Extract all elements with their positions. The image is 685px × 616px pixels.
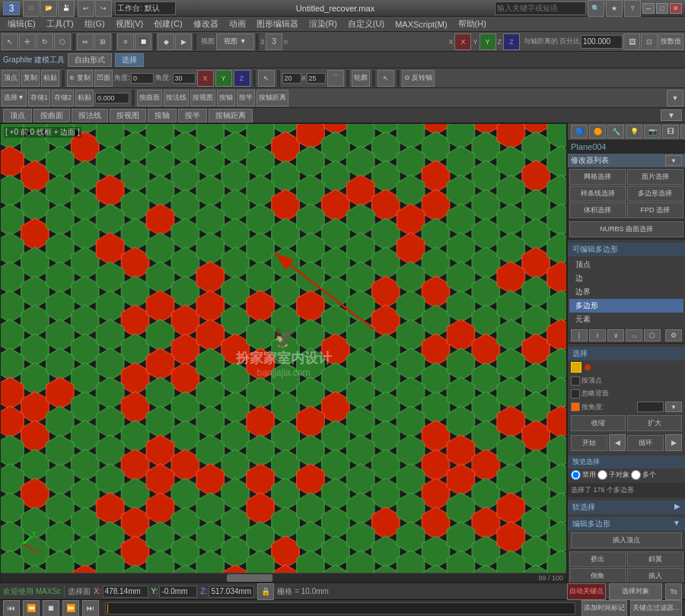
multi-radio[interactable] xyxy=(631,470,641,480)
panel-icon5[interactable]: 📷 xyxy=(644,125,661,138)
bt-half[interactable]: 按半 xyxy=(178,109,207,122)
st-paste-btn[interactable]: 粘贴 xyxy=(41,70,59,87)
render-btn[interactable]: ▶ xyxy=(175,33,192,50)
material-btn[interactable]: ◆ xyxy=(158,33,174,50)
arrow-btn[interactable]: ↖ xyxy=(378,70,394,87)
align-icon-btn[interactable]: ⊡ xyxy=(641,33,658,50)
nurbs-select-btn[interactable]: NURBS 曲面选择 xyxy=(569,221,683,237)
percent-input[interactable] xyxy=(581,35,623,49)
x-input[interactable] xyxy=(103,586,148,598)
workarea-input[interactable]: 工作台: 默认 xyxy=(115,2,176,15)
poly-border[interactable]: 边界 xyxy=(569,285,683,299)
panel-icon3[interactable]: 🔧 xyxy=(607,125,624,138)
open-btn[interactable]: 📂 xyxy=(40,0,57,17)
scroll-thumb[interactable] xyxy=(227,574,272,582)
s2-select[interactable]: 选择▼ xyxy=(2,90,27,106)
panel-icon6[interactable]: 🎞 xyxy=(662,125,679,138)
panel-icon4[interactable]: 💡 xyxy=(626,125,642,138)
star-btn[interactable]: ★ xyxy=(606,0,623,17)
poly-icon2[interactable]: I xyxy=(589,329,606,341)
xyz-btn-z[interactable]: Z xyxy=(234,70,250,87)
y-btn[interactable]: Y xyxy=(480,33,496,50)
edit-poly-section[interactable]: 编辑多边形 ▼ xyxy=(568,517,685,531)
menu-create[interactable]: 创建(C) xyxy=(149,17,186,30)
search-input[interactable] xyxy=(495,2,586,15)
poly-icon1[interactable]: | xyxy=(571,329,588,341)
poly-icon3[interactable]: ∨ xyxy=(607,329,624,341)
xyz-btn-x[interactable]: X xyxy=(197,70,214,87)
poly-polygon[interactable]: 多边形 xyxy=(569,299,683,313)
bt-more[interactable]: ▼ xyxy=(661,110,682,121)
z-input[interactable] xyxy=(209,586,254,598)
outline-btn[interactable]: 轮廓 xyxy=(352,70,370,87)
auto-key-btn[interactable]: 自动关键点 xyxy=(567,583,606,600)
view-dropdown[interactable]: 视图 ▼ xyxy=(216,33,254,50)
xyz-btn-y[interactable]: Y xyxy=(215,70,232,87)
menu-render[interactable]: 渲染(R) xyxy=(304,17,342,30)
select-btn[interactable]: ↖ xyxy=(2,33,18,50)
bt-vertex[interactable]: 顶点 xyxy=(3,109,32,122)
poly-select-btn[interactable]: 多边形选择 xyxy=(627,186,684,202)
3d-btn[interactable]: 3 xyxy=(266,33,282,50)
panel-icon1[interactable]: 🔵 xyxy=(571,125,588,138)
menu-maxscript[interactable]: MAXScript(M) xyxy=(390,19,451,30)
st-vertex-btn[interactable]: 顶点 xyxy=(2,70,20,87)
timeline-bar[interactable] xyxy=(105,602,575,614)
bevel-btn[interactable]: 斜翼 xyxy=(627,551,684,567)
add-time-btn[interactable]: 添加时间标记 xyxy=(581,600,627,617)
spline-select-btn[interactable]: 样条线选择 xyxy=(569,186,626,202)
search-icon-btn[interactable]: 🔍 xyxy=(588,0,604,17)
freeform-tab[interactable]: 自由形式 xyxy=(68,53,112,67)
poly-edge[interactable]: 边 xyxy=(569,271,683,285)
s2-paste-btn[interactable]: 粘贴 xyxy=(75,90,94,106)
loop-right[interactable]: ▶ xyxy=(665,434,682,451)
s2-dist-btn[interactable]: 按轴距离 xyxy=(256,90,288,106)
ring-left[interactable]: ◀ xyxy=(609,434,626,451)
num1-input[interactable] xyxy=(282,73,301,84)
curve-btn[interactable]: ⌒ xyxy=(327,70,344,87)
shrink-btn[interactable]: 收缩 xyxy=(571,415,626,431)
angle-input[interactable]: 45.0 xyxy=(637,402,664,412)
menu-edit[interactable]: 编辑(E) xyxy=(3,17,40,30)
align-btn[interactable]: ≡ xyxy=(117,33,134,50)
menu-customize[interactable]: 自定义(U) xyxy=(343,17,389,30)
help-btn[interactable]: ? xyxy=(624,0,641,17)
menu-animation[interactable]: 动画 xyxy=(225,17,250,30)
poly-icon4[interactable]: ⌓ xyxy=(626,329,642,341)
poly-icon5[interactable]: ⬡ xyxy=(644,329,661,341)
next-frame-btn[interactable]: ⏩ xyxy=(62,600,79,617)
rotate-btn[interactable]: ↻ xyxy=(37,33,53,50)
panel-icon7[interactable]: ≡ xyxy=(680,125,685,138)
bt-elem[interactable]: 按轴 xyxy=(148,109,177,122)
menu-view[interactable]: 视图(V) xyxy=(111,17,148,30)
inset-btn[interactable]: 插入 xyxy=(627,568,684,583)
stop-btn[interactable]: ⏹ xyxy=(43,600,59,617)
s2-law-btn[interactable]: 按法线 xyxy=(164,90,189,106)
panel-icon2[interactable]: 🟠 xyxy=(589,125,606,138)
patch-select-btn[interactable]: 面片选择 xyxy=(627,169,684,185)
menu-tools[interactable]: 工具(T) xyxy=(42,17,78,30)
end-btn[interactable]: ⏭ xyxy=(82,600,99,617)
angle1-input[interactable] xyxy=(131,73,154,84)
vol-select-btn[interactable]: 体积选择 xyxy=(569,202,626,218)
menu-graph-editor[interactable]: 图形编辑器 xyxy=(252,17,303,30)
save-btn[interactable]: 💾 xyxy=(58,0,75,17)
y-input[interactable] xyxy=(159,586,197,598)
menu-help[interactable]: 帮助(H) xyxy=(454,17,491,30)
minimize-btn[interactable]: ─ xyxy=(642,3,655,14)
modifier-list-title[interactable]: 修改器列表 ▼ xyxy=(568,154,685,167)
angle-dropdown[interactable]: ▼ xyxy=(665,402,682,412)
snap-btn[interactable]: 🔲 xyxy=(135,33,151,50)
lock-btn[interactable]: 🔒 xyxy=(257,583,274,600)
redo-btn[interactable]: ↪ xyxy=(95,0,112,17)
menu-modifier[interactable]: 修改器 xyxy=(189,17,223,30)
z-btn[interactable]: Z xyxy=(503,33,520,50)
x-btn[interactable]: X xyxy=(454,33,471,50)
ring-btn[interactable]: 开始 xyxy=(571,435,607,451)
array-btn[interactable]: ⊞ xyxy=(94,33,111,50)
vertex-check[interactable] xyxy=(571,376,580,386)
play-btn[interactable]: ⏮ xyxy=(3,600,20,617)
reverse-btn[interactable]: ⊖ 反转轴 xyxy=(402,70,435,87)
s2-axis-btn[interactable]: 按轴 xyxy=(217,90,235,106)
s2-half-btn[interactable]: 按半 xyxy=(237,90,255,106)
